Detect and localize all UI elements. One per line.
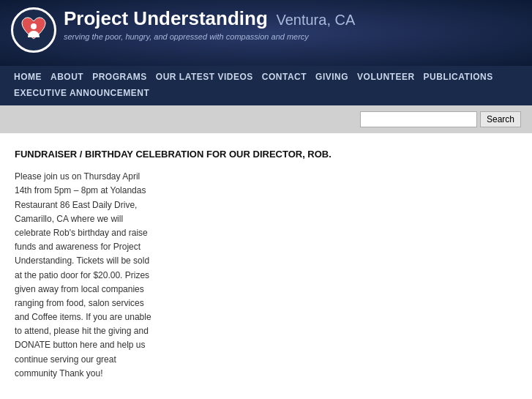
nav-giving[interactable]: GIVING — [312, 70, 351, 83]
site-title: Project Understanding — [64, 7, 268, 29]
nav-volunteer[interactable]: VOLUNTEER — [354, 70, 418, 83]
nav-videos[interactable]: OUR LATEST VIDEOS — [153, 70, 256, 83]
search-bar: Search — [0, 105, 532, 133]
search-button[interactable]: Search — [480, 111, 521, 127]
nav-home[interactable]: HOME — [11, 70, 45, 83]
svg-point-0 — [31, 23, 37, 29]
search-input[interactable] — [360, 111, 477, 127]
article-body: Please join us on Thursday April 14th fr… — [15, 170, 154, 381]
logo-area — [11, 7, 56, 53]
nav-contact[interactable]: CONTACT — [259, 70, 310, 83]
nav-about[interactable]: ABOUT — [48, 70, 86, 83]
navigation: HOME ABOUT PROGRAMS OUR LATEST VIDEOS CO… — [0, 66, 532, 105]
nav-executive[interactable]: EXECUTIVE ANNOUNCEMENT — [11, 86, 152, 100]
site-header: Project Understanding Ventura, CA servin… — [0, 0, 532, 66]
site-title-area: Project Understanding Ventura, CA servin… — [64, 7, 521, 41]
nav-publications[interactable]: PUBLICATIONS — [421, 70, 496, 83]
main-content: FUNDRAISER / BIRTHDAY CELEBRATION FOR OU… — [0, 133, 532, 399]
nav-programs[interactable]: PROGRAMS — [89, 70, 150, 83]
site-subtitle: serving the poor, hungry, and oppressed … — [64, 32, 521, 41]
site-logo — [11, 7, 56, 53]
article-title: FUNDRAISER / BIRTHDAY CELEBRATION FOR OU… — [15, 148, 517, 161]
site-location: Ventura, CA — [276, 12, 355, 28]
